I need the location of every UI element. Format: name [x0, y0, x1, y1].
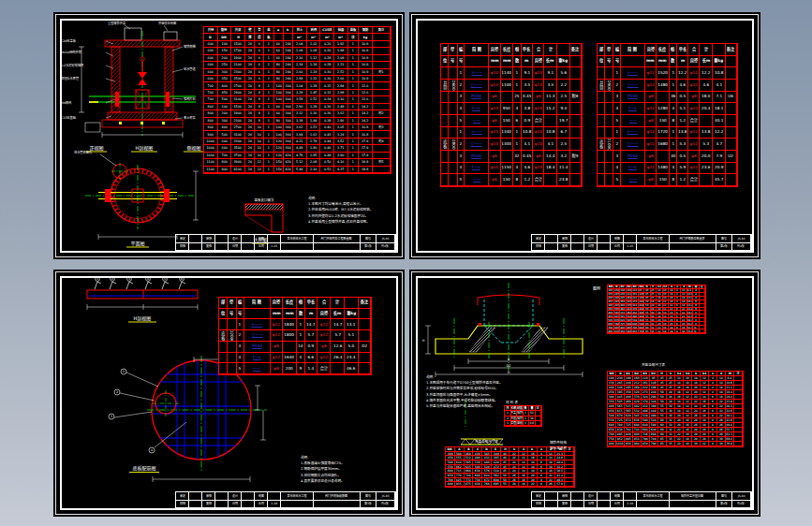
rebar-table-right: 部型编简 图直径长度根单长合计备注位号号mmmm数m直径长m重kg1∩——φ12… [597, 43, 738, 187]
table-cell [598, 243, 611, 252]
table-cell: 1800 [283, 330, 297, 342]
table-cell: 合计 [533, 115, 544, 127]
material-table: 序名称材质数重注1井盖铸铁1522井座铸铁1383垫圈橡胶10.6 [504, 405, 542, 427]
title-block: 审定审核设计制图某市政给水工程阀门井底板配筋图图号JS-03校核复核日期比例1:… [175, 491, 396, 509]
table-cell: DN [218, 34, 232, 40]
table-cell: D2000 [228, 330, 237, 342]
table-cell: 壁 [245, 27, 255, 34]
bubble-label: 2 [116, 390, 118, 394]
table-cell: 24 [245, 55, 255, 62]
table-cell: 1 [348, 55, 360, 62]
table-cell: 1640 [283, 353, 297, 364]
table-cell [670, 243, 716, 252]
sheet-valve-well-section[interactable]: C20砼盖板 MU10砖砌井筒 1:2水泥砂浆抹面 预埋防水套管 DN闸阀 C1… [53, 12, 405, 259]
sheet-base-slab-rebar[interactable]: 1 2 3 4 5 6 H剖视图 [53, 270, 405, 517]
table-cell: 2.5 [557, 92, 570, 104]
table-cell: 1.53 [307, 124, 321, 131]
table-cell: 第1张 [361, 243, 376, 252]
table-cell [359, 319, 371, 330]
table-cell: 23.6 [700, 163, 713, 175]
table-cell: 5 [237, 363, 244, 374]
table-cell [465, 56, 489, 68]
table-cell [605, 103, 613, 115]
table-label: 井座各部尺寸表 [642, 362, 665, 367]
table-cell [726, 67, 737, 80]
table-cell: 3500 [231, 145, 245, 152]
table-cell: ∩—— [244, 319, 271, 330]
table-cell: 0.48 [320, 153, 334, 159]
table-cell: 10.9 [359, 41, 373, 48]
table-cell: 3700 [231, 153, 245, 159]
table-cell: 14.2 [359, 110, 373, 117]
table-cell: 号 [228, 309, 237, 320]
table-cell: 制图 [611, 492, 624, 501]
table-cell: φ10 [533, 139, 544, 151]
table-cell: 8 [255, 110, 264, 117]
table-cell: 1000 [204, 153, 218, 159]
table-cell: 8 [255, 104, 264, 110]
table-cell: 0.46 [320, 145, 334, 152]
table-cell: 12.2 [677, 67, 688, 80]
table-cell: 长度 [657, 44, 670, 56]
table-cell: 2.98 [334, 90, 348, 96]
legend-label: 图例 [593, 285, 600, 291]
table-cell [373, 96, 391, 103]
table-cell: 1.62 [307, 131, 321, 138]
table-cell: 600 [218, 145, 232, 152]
table-cell: 1100 [204, 167, 218, 173]
table-cell: 10 [255, 153, 264, 159]
table-cell: 2.96 [293, 104, 307, 110]
table-cell: 5.1 [345, 330, 359, 342]
sheet-rebar-schedule[interactable]: 部型编简 图直径长度根单长合计备注位号号mmmm数m直径长m重kg1∩——φ10… [409, 12, 760, 259]
table-cell: 图号 [716, 492, 732, 501]
table-cell: 直径 [271, 298, 283, 309]
table-cell: D800 [449, 139, 457, 151]
table-cell: φ12 [688, 163, 700, 175]
table-label: 井盖各部尺寸表 [475, 439, 498, 444]
table-cell: 3.5 [544, 80, 557, 92]
leader-label: 1:2水泥砂浆抹面 [61, 63, 83, 67]
table-cell: 0.9 [522, 115, 533, 127]
table-cell: 计 [544, 44, 557, 56]
table-cell: 800 [218, 167, 232, 173]
table-cell [373, 153, 391, 159]
table-cell: 8 [255, 96, 264, 103]
table-cell: 1900 [231, 55, 245, 62]
table-cell: 1700 [231, 48, 245, 54]
table-cell: 2 [613, 139, 621, 151]
table-cell: 1.95 [307, 153, 321, 159]
table-cell: 井径 [204, 27, 218, 34]
table-cell: 18.4 [544, 163, 557, 175]
table-cell [605, 163, 613, 175]
table-cell: 1.2 [677, 174, 688, 186]
table-cell: 计 [700, 44, 713, 56]
table-cell [536, 421, 542, 426]
table-cell: 20.9 [713, 163, 726, 175]
table-cell: 审定 [176, 235, 189, 243]
table-cell: 4.49 [293, 145, 307, 152]
table-cell: P150 [621, 151, 645, 163]
table-cell [734, 442, 743, 446]
table-cell [545, 235, 558, 243]
table-cell: φ10 [533, 103, 544, 115]
table-cell: φ10 [489, 127, 500, 139]
table-cell: 600 [204, 62, 218, 68]
table-cell [244, 309, 271, 320]
table-cell [373, 167, 391, 173]
table-cell: 1 [458, 127, 465, 139]
table-cell: ∩—— [621, 127, 645, 139]
table-cell: 钢筋 [359, 27, 373, 34]
table-cell: 45.7 [713, 174, 726, 186]
table-cell: 编 [458, 44, 465, 56]
table-cell: 80 [274, 118, 284, 124]
table-cell [373, 48, 391, 54]
table-cell: 100 [274, 90, 284, 96]
note-line: 3.双向钢筋交点均应绑扎。 [301, 472, 345, 477]
table-cell [598, 103, 605, 115]
table-cell: φ12 [271, 353, 283, 364]
table-cell: 4 [613, 103, 621, 115]
table-cell [373, 41, 391, 48]
table-cell: 4 [513, 163, 521, 175]
sheet-manhole-cover-detail[interactable]: d D2 D H 图例 垫层详图 说明:1.本图适用于车行道下D700重型铸铁井… [409, 270, 760, 517]
table-cell: 0.26 [320, 48, 334, 54]
